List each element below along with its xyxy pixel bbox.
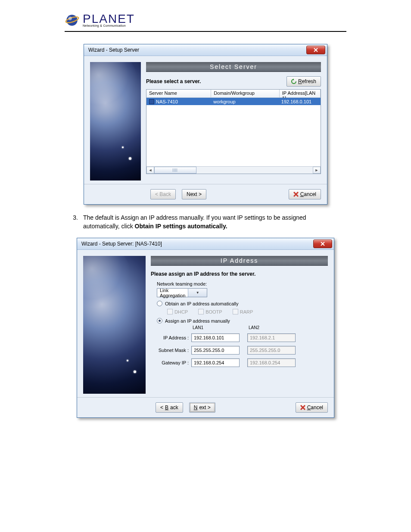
radio-icon [157,301,162,306]
wizard-sidebar-image [83,256,146,394]
refresh-label: Refresh [298,78,316,84]
chk-rarp: RARP [233,309,253,314]
cancel-button[interactable]: Cancel [296,402,328,413]
main-panel: IP Address Please assign an IP address f… [151,256,328,394]
titlebar: Wizard - Setup Server: [NAS-7410] [77,238,334,250]
subtitle: Please select a server. [146,78,201,84]
logo-text-block: PLANET Networking & Communication [83,13,135,27]
col-server-name[interactable]: Server Name [146,90,211,97]
radio-auto-label: Obtain an IP address automatically [165,301,238,306]
scroll-left-icon[interactable]: ◄ [146,167,154,174]
header-divider [65,31,346,32]
cancel-label: Cancel [307,404,323,411]
cell-ip: 192.168.0.101 [279,99,321,104]
page-header: PLANET Networking & Communication [0,13,411,31]
section-title: IP Address [221,257,258,264]
lan2-gateway-input [247,358,296,367]
section-header: IP Address [151,256,328,266]
refresh-button[interactable]: Refresh [286,76,321,87]
cancel-label: Cancel [300,191,316,197]
wizard-sidebar-image [90,62,141,180]
document-page: PLANET Networking & Communication Wizard… [0,0,411,452]
col-ip[interactable]: IP Address[LAN 1] [280,90,321,97]
radio-manual-label: Assign an IP address manually [165,318,230,324]
window-title: Wizard - Setup Server [88,47,139,53]
scroll-track[interactable] [154,167,313,174]
next-button[interactable]: Next > [189,402,215,413]
window-title: Wizard - Setup Server: [NAS-7410] [81,241,162,247]
netmode-value: Link Aggregation [157,288,188,298]
ip-fields-grid: LAN1 LAN2 IP Address : Subnet Mask : Gat… [157,325,325,367]
radio-icon [157,318,162,324]
netmode-select[interactable]: Link Aggregation ▼ [157,288,207,297]
ip-form: Network teaming mode: Link Aggregation ▼… [151,278,328,367]
radio-auto[interactable]: Obtain an IP address automatically [157,301,325,306]
wizard-window-ip-address: Wizard - Setup Server: [NAS-7410] IP Add… [77,238,334,418]
lan2-subnet-input [247,346,296,355]
titlebar: Wizard - Setup Server [84,44,327,56]
subnet-label: Subnet Mask : [157,348,191,353]
lan1-subnet-input[interactable] [191,346,240,355]
chk-bootp: BOOTP [198,309,222,314]
checkbox-icon [198,309,204,314]
chevron-down-icon: ▼ [188,289,207,297]
subtitle-row: Please select a server. Refresh [146,76,321,87]
netmode-label: Network teaming mode: [157,281,325,286]
cell-domain: workgroup [211,99,278,104]
checkbox-icon [167,309,173,314]
cell-server-name: NAS-7410 [146,99,211,104]
auto-protocol-checks: DHCP BOOTP RARP [167,309,325,314]
table-header: Server Name Domain/Workgroup IP Address[… [146,90,321,98]
radio-manual[interactable]: Assign an IP address manually [157,318,325,324]
back-button[interactable]: < Back [156,402,183,413]
cancel-button[interactable]: Cancel [289,189,321,199]
logo-text: PLANET [83,13,135,24]
planet-logo-icon [65,13,79,28]
window-body: IP Address Please assign an IP address f… [77,250,334,398]
wizard-footer: < Back Next > Cancel [84,184,327,204]
close-icon [314,48,318,52]
close-button[interactable] [306,46,325,54]
lan1-heading: LAN1 [193,325,240,330]
svg-point-2 [68,17,72,21]
checkbox-icon [233,309,238,314]
back-button[interactable]: < Back [150,189,176,199]
planet-logo: PLANET Networking & Communication [65,13,411,28]
scroll-right-icon[interactable]: ► [313,167,321,174]
ip-label: IP Address : [157,335,191,340]
lan2-ip-input [247,333,296,342]
horizontal-scrollbar[interactable]: ◄ ► [146,166,321,174]
x-icon [300,405,305,410]
step-text: The default is Assign an IP address manu… [83,213,343,231]
instruction-step-3: 3. The default is Assign an IP address m… [68,213,343,231]
refresh-icon [291,79,296,84]
close-icon [321,242,325,246]
table-row[interactable]: NAS-7410 workgroup 192.168.0.101 [146,98,321,105]
step-number: 3. [68,213,78,231]
lan2-heading: LAN2 [249,325,296,330]
wizard-window-select-server: Wizard - Setup Server Select Server Plea… [84,44,327,205]
close-button[interactable] [313,240,332,248]
server-icon [149,99,154,104]
gateway-label: Gateway IP : [157,360,191,365]
next-button[interactable]: Next > [182,189,206,199]
section-header: Select Server [146,62,321,72]
main-panel: Select Server Please select a server. Re… [146,62,321,180]
wizard-footer: < Back Next > Cancel [77,398,334,417]
scroll-thumb[interactable] [154,167,196,174]
lan1-ip-input[interactable] [191,333,240,342]
chk-dhcp: DHCP [167,309,188,314]
server-table[interactable]: Server Name Domain/Workgroup IP Address[… [146,89,321,174]
section-title: Select Server [210,63,257,70]
x-icon [293,192,299,197]
lan1-gateway-input[interactable] [191,358,240,367]
col-domain[interactable]: Domain/Workgroup [211,90,279,97]
window-body: Select Server Please select a server. Re… [84,56,327,184]
subtitle: Please assign an IP address for the serv… [151,271,328,277]
